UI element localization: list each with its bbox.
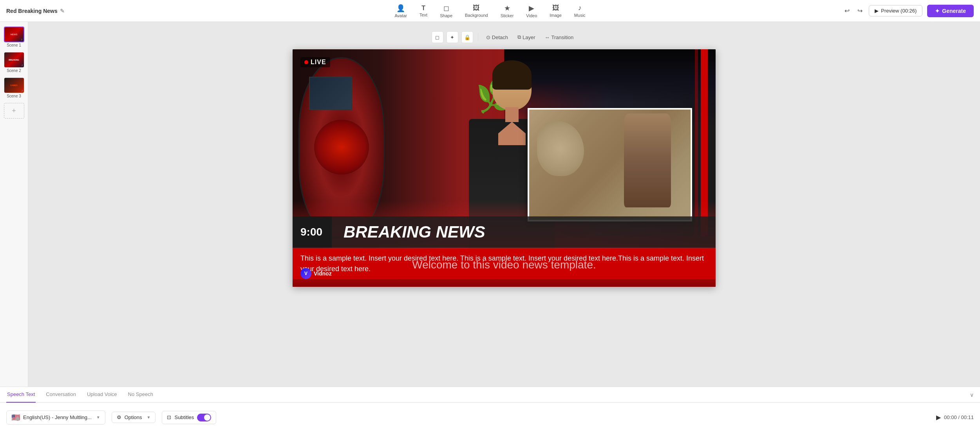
flag-icon: 🇺🇸 bbox=[11, 413, 20, 422]
inset-image-content bbox=[529, 110, 691, 220]
scene-label-2: Scene 2 bbox=[4, 68, 24, 73]
toolbar-video[interactable]: ▶ Video bbox=[526, 4, 537, 18]
detach-icon: ⊙ bbox=[486, 34, 490, 40]
image-label: Image bbox=[550, 13, 562, 18]
detach-label: Detach bbox=[492, 34, 508, 40]
breaking-news-text: BREAKING NEWS bbox=[332, 216, 716, 248]
toolbar-background[interactable]: 🖼 Background bbox=[465, 4, 488, 18]
toolbar-shape[interactable]: ◻ Shape bbox=[440, 4, 452, 18]
generate-icon: ✦ bbox=[935, 8, 940, 14]
left-tv-screen bbox=[309, 77, 352, 110]
text-label: Text bbox=[419, 13, 427, 17]
generate-button[interactable]: ✦ Generate bbox=[927, 5, 974, 17]
live-badge: LIVE bbox=[300, 57, 330, 67]
options-label: Options bbox=[125, 414, 142, 420]
person-hair bbox=[492, 60, 532, 90]
text-icon: T bbox=[421, 5, 425, 12]
sticker-icon: ★ bbox=[504, 4, 510, 13]
select-tool[interactable]: ◻ bbox=[432, 31, 443, 43]
lock-tool[interactable]: 🔒 bbox=[461, 31, 473, 43]
avatar-label: Avatar bbox=[394, 13, 407, 18]
toggle-knob bbox=[204, 414, 210, 421]
scene-thumb-bg-3: GAMES bbox=[4, 78, 24, 93]
app-title-text: Red Breaking News bbox=[6, 8, 58, 14]
toolbar-text[interactable]: T Text bbox=[419, 5, 427, 17]
preview-play-icon: ▶ bbox=[875, 8, 879, 14]
options-icon: ⚙ bbox=[117, 414, 121, 420]
person-neck bbox=[505, 107, 519, 122]
timeline-display: 00:00 / 00:11 bbox=[944, 414, 974, 420]
subtitles-toggle[interactable] bbox=[197, 414, 211, 421]
bottom-tabs: Speech Text Conversation Upload Voice No… bbox=[0, 387, 980, 403]
options-selector[interactable]: ⚙ Options ▼ bbox=[112, 412, 156, 423]
toolbar-center: 👤 Avatar T Text ◻ Shape 🖼 Background ★ S… bbox=[394, 4, 585, 18]
scene-thumb-2[interactable]: BREAKING ♪ bbox=[4, 52, 24, 68]
video-canvas[interactable]: 🌿 bbox=[293, 49, 716, 287]
welcome-overlay-text[interactable]: Welcome to this video news template. bbox=[293, 251, 716, 279]
options-dropdown-arrow: ▼ bbox=[147, 415, 151, 419]
scene-thumb-bg-2: BREAKING bbox=[4, 52, 24, 67]
transform-tool[interactable]: ✦ bbox=[447, 31, 458, 43]
time-display: 9:00 bbox=[293, 216, 332, 248]
scene-label-1: Scene 1 bbox=[4, 43, 24, 47]
toolbar-right: ↩ ↪ ▶ Preview (00:26) ✦ Generate bbox=[843, 5, 974, 17]
video-icon: ▶ bbox=[529, 4, 534, 13]
layer-label: Layer bbox=[523, 34, 535, 40]
toolbar-divider bbox=[478, 33, 478, 41]
vidnoz-name: Vidnoz bbox=[314, 270, 332, 277]
add-scene-button[interactable]: + bbox=[4, 103, 24, 119]
tab-speech-text[interactable]: Speech Text bbox=[6, 387, 36, 403]
redo-button[interactable]: ↪ bbox=[856, 5, 864, 16]
left-sidebar: NEWS ♪ Scene 1 BREAKING ♪ Scene 2 GAMES … bbox=[0, 22, 28, 387]
scene-container-1: NEWS ♪ Scene 1 bbox=[4, 27, 24, 47]
music-label: Music bbox=[574, 13, 586, 18]
layer-button[interactable]: ⧉ Layer bbox=[514, 32, 539, 42]
tab-upload-voice[interactable]: Upload Voice bbox=[86, 387, 118, 403]
toolbar-avatar[interactable]: 👤 Avatar bbox=[394, 4, 407, 18]
timeline-right: ▶ 00:00 / 00:11 bbox=[936, 414, 974, 421]
play-button-bottom[interactable]: ▶ bbox=[936, 414, 941, 421]
scene-container-2: BREAKING ♪ Scene 2 bbox=[4, 52, 24, 73]
top-toolbar: Red Breaking News ✎ 👤 Avatar T Text ◻ Sh… bbox=[0, 0, 980, 22]
background-icon: 🖼 bbox=[473, 4, 480, 12]
preview-label: Preview (00:26) bbox=[881, 8, 917, 14]
transition-button[interactable]: ↔ Transition bbox=[542, 33, 577, 42]
scene-music-icon-2: ♪ bbox=[22, 63, 23, 67]
inset-image[interactable] bbox=[528, 108, 692, 221]
preview-button[interactable]: ▶ Preview (00:26) bbox=[869, 5, 922, 16]
tab-conversation[interactable]: Conversation bbox=[45, 387, 77, 403]
undo-button[interactable]: ↩ bbox=[843, 5, 851, 16]
live-dot bbox=[304, 60, 308, 64]
canvas-toolbar: ◻ ✦ 🔒 ⊙ Detach ⧉ Layer ↔ Transition bbox=[432, 31, 577, 43]
breaking-news-bar: 9:00 BREAKING NEWS bbox=[293, 216, 716, 248]
language-dropdown-arrow: ▼ bbox=[96, 415, 100, 419]
subtitles-label: Subtitles bbox=[174, 414, 194, 420]
vidnoz-watermark: V Vidnoz bbox=[300, 268, 332, 279]
tab-no-speech[interactable]: No Speech bbox=[127, 387, 154, 403]
toolbar-music[interactable]: ♪ Music bbox=[574, 4, 586, 18]
bottom-content: 🇺🇸 English(US) - Jenny Multling... ▼ ⚙ O… bbox=[0, 403, 980, 432]
language-selector[interactable]: 🇺🇸 English(US) - Jenny Multling... ▼ bbox=[6, 410, 105, 425]
collapse-panel-button[interactable]: ∨ bbox=[970, 392, 974, 398]
music-icon: ♪ bbox=[578, 4, 582, 12]
background-label: Background bbox=[465, 13, 488, 18]
sticker-label: Sticker bbox=[501, 13, 514, 18]
canvas-area: ◻ ✦ 🔒 ⊙ Detach ⧉ Layer ↔ Transition bbox=[28, 22, 980, 387]
scene-thumb-1[interactable]: NEWS ♪ bbox=[4, 27, 24, 42]
main-area: NEWS ♪ Scene 1 BREAKING ♪ Scene 2 GAMES … bbox=[0, 22, 980, 387]
live-text: LIVE bbox=[311, 59, 326, 66]
avatar-icon: 👤 bbox=[396, 4, 405, 13]
app-title: Red Breaking News ✎ bbox=[6, 8, 65, 14]
toolbar-sticker[interactable]: ★ Sticker bbox=[501, 4, 514, 18]
toolbar-image[interactable]: 🖼 Image bbox=[550, 4, 562, 18]
scene-music-icon-1: ♪ bbox=[21, 38, 23, 41]
transition-label: Transition bbox=[551, 34, 574, 40]
transition-icon: ↔ bbox=[545, 34, 550, 40]
shape-icon: ◻ bbox=[443, 4, 449, 13]
scene-thumb-bg-1: NEWS bbox=[5, 27, 24, 41]
scene-thumb-3[interactable]: GAMES ♪ bbox=[4, 77, 24, 93]
subtitles-control: ⊡ Subtitles bbox=[162, 411, 216, 424]
subtitles-icon: ⊡ bbox=[167, 414, 171, 420]
edit-icon[interactable]: ✎ bbox=[60, 8, 65, 14]
detach-button[interactable]: ⊙ Detach bbox=[483, 33, 511, 42]
